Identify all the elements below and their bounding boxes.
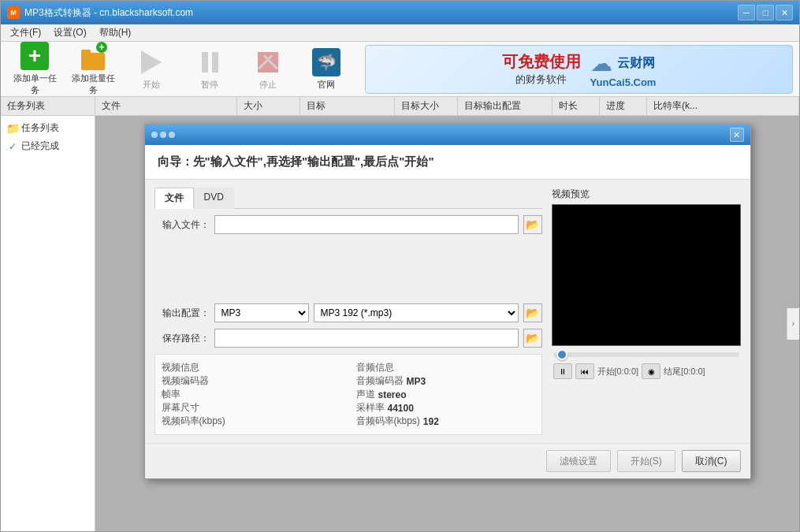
ad-logo-text: 云财网 bbox=[617, 55, 655, 72]
tab-dvd[interactable]: DVD bbox=[194, 188, 234, 209]
add-batch-label: 添加批量任务 bbox=[69, 73, 117, 96]
pause-bar-1 bbox=[202, 52, 208, 73]
channel-row: 声道 stereo bbox=[356, 388, 535, 401]
col-target: 目标 bbox=[300, 97, 395, 115]
start-label: 开始 bbox=[143, 79, 160, 91]
video-preview-label: 视频预览 bbox=[552, 188, 741, 201]
output-config-label: 输出配置： bbox=[154, 307, 210, 320]
window-close-button[interactable]: ✕ bbox=[776, 5, 793, 20]
col-duration: 时长 bbox=[553, 97, 600, 115]
spacer bbox=[154, 240, 542, 303]
video-encoder-label: 视频编码器 bbox=[162, 374, 209, 388]
prev-frame-button[interactable]: ⏮ bbox=[575, 363, 594, 379]
audio-encoder-value: MP3 bbox=[407, 376, 426, 387]
input-file-field[interactable] bbox=[214, 215, 519, 234]
dialog-body: 文件 DVD 输入文件： 📂 bbox=[145, 180, 750, 443]
cloud-symbol: ☁ bbox=[590, 50, 612, 76]
stop-button[interactable]: 停止 bbox=[240, 45, 296, 94]
dot-3 bbox=[169, 132, 175, 138]
add-batch-task-button[interactable]: + 添加批量任务 bbox=[65, 45, 121, 94]
start-icon bbox=[137, 48, 166, 76]
video-preview-panel: 视频预览 ⏸ ⏮ 开始[0:0:0] ◉ bbox=[552, 188, 741, 435]
browse-save-button[interactable]: 📂 bbox=[523, 329, 542, 348]
main-window: M MP3格式转换器 - cn.blacksharksoft.com ─ □ ✕… bbox=[0, 0, 800, 532]
dialog-start-button[interactable]: 开始(S) bbox=[617, 450, 675, 472]
website-button[interactable]: 🦈 官网 bbox=[299, 45, 354, 94]
col-size: 大小 bbox=[237, 97, 300, 115]
audio-bitrate-row: 音频码率(kbps) 192 bbox=[356, 415, 535, 428]
video-bitrate-label: 视频码率(kbps) bbox=[162, 415, 225, 428]
maximize-button[interactable]: □ bbox=[757, 5, 774, 20]
video-slider-area: ⏸ ⏮ 开始[0:0:0] ◉ 结尾[0:0:0] bbox=[552, 352, 741, 379]
video-encoder-row: 视频编码器 bbox=[162, 374, 340, 388]
ad-sub-text: 的财务软件 bbox=[502, 73, 581, 87]
stop-icon bbox=[254, 48, 282, 76]
info-panel: 视频信息 视频编码器 帧率 bbox=[154, 354, 542, 435]
sample-rate-value: 44100 bbox=[388, 403, 414, 414]
sidebar-task-list-label: 任务列表 bbox=[21, 121, 59, 135]
filter-settings-button[interactable]: 滤镜设置 bbox=[546, 450, 611, 472]
mark-start-button[interactable]: ◉ bbox=[642, 363, 660, 379]
start-button[interactable]: 开始 bbox=[124, 45, 179, 94]
sidebar-item-completed[interactable]: ✓ 已经完成 bbox=[1, 137, 95, 155]
dialog-close-button[interactable]: ✕ bbox=[730, 128, 744, 142]
pause-bar-2 bbox=[212, 52, 218, 73]
dot-1 bbox=[151, 132, 158, 138]
dialog-left-panel: 文件 DVD 输入文件： 📂 bbox=[154, 188, 542, 435]
output-quality-select[interactable]: MP3 192 (*.mp3) bbox=[314, 303, 519, 322]
video-controls: ⏸ ⏮ 开始[0:0:0] ◉ 结尾[0:0:0] bbox=[553, 363, 739, 379]
slider-thumb bbox=[556, 349, 567, 360]
menu-help[interactable]: 帮助(H) bbox=[93, 24, 138, 41]
check-icon: ✓ bbox=[7, 141, 18, 152]
sidebar: 📁 任务列表 ✓ 已经完成 bbox=[1, 116, 95, 531]
col-file: 文件 bbox=[95, 97, 237, 115]
frame-rate-row: 帧率 bbox=[162, 388, 340, 401]
dialog-wizard-text: 向导：先"输入文件",再选择"输出配置",最后点"开始" bbox=[158, 154, 434, 168]
save-path-label: 保存路径： bbox=[154, 332, 210, 345]
add-single-task-button[interactable]: 添加单一任务 bbox=[7, 45, 62, 94]
folder-icon: 📁 bbox=[7, 123, 18, 134]
dot-2 bbox=[160, 132, 166, 138]
dialog-overlay: ✕ 向导：先"输入文件",再选择"输出配置",最后点"开始" 文件 bbox=[95, 116, 799, 531]
screen-size-row: 屏幕尺寸 bbox=[162, 401, 340, 415]
save-path-field[interactable] bbox=[214, 329, 519, 348]
output-format-select[interactable]: MP3 bbox=[214, 303, 309, 322]
minimize-button[interactable]: ─ bbox=[738, 5, 755, 20]
sample-rate-row: 采样率 44100 bbox=[356, 401, 535, 415]
dialog: ✕ 向导：先"输入文件",再选择"输出配置",最后点"开始" 文件 bbox=[144, 124, 751, 479]
sidebar-completed-label: 已经完成 bbox=[21, 140, 59, 153]
video-info-title: 视频信息 bbox=[162, 361, 199, 374]
title-bar: M MP3格式转换器 - cn.blacksharksoft.com ─ □ ✕ bbox=[1, 1, 799, 24]
output-config-row: 输出配置： MP3 MP3 192 (*.mp3) 📂 bbox=[154, 303, 542, 322]
browse-input-button[interactable]: 📂 bbox=[523, 215, 542, 234]
play-pause-button[interactable]: ⏸ bbox=[553, 363, 572, 379]
browse-output-button[interactable]: 📂 bbox=[523, 303, 542, 322]
dialog-cancel-button[interactable]: 取消(C) bbox=[682, 450, 741, 472]
ad-text-block: 可免费使用 的财务软件 bbox=[502, 51, 581, 87]
col-bitrate: 比特率(k... bbox=[647, 97, 799, 115]
sample-rate-label: 采样率 bbox=[356, 401, 385, 415]
ad-content: 可免费使用 的财务软件 ☁ 云财网 YunCai5.Com bbox=[502, 50, 657, 88]
sidebar-item-task-list[interactable]: 📁 任务列表 bbox=[1, 119, 95, 137]
pause-button[interactable]: 暂停 bbox=[182, 45, 237, 94]
website-label: 官网 bbox=[318, 79, 335, 91]
content-area: 📁 任务列表 ✓ 已经完成 WWW.NEEDIDOWN.COM bbox=[1, 116, 799, 531]
menu-settings[interactable]: 设置(O) bbox=[47, 24, 92, 41]
tab-bar: 文件 DVD bbox=[154, 188, 542, 209]
col-target-size: 目标大小 bbox=[395, 97, 458, 115]
audio-bitrate-value: 192 bbox=[423, 416, 439, 427]
start-time-label: 开始[0:0:0] bbox=[597, 366, 639, 378]
col-progress: 进度 bbox=[600, 97, 647, 115]
title-dots bbox=[151, 132, 175, 138]
video-info-column: 视频信息 视频编码器 帧率 bbox=[162, 361, 340, 428]
menu-file[interactable]: 文件(F) bbox=[4, 24, 47, 41]
video-progress-slider[interactable] bbox=[553, 352, 739, 357]
scroll-right-button[interactable]: › bbox=[787, 308, 799, 340]
ad-banner[interactable]: 可免费使用 的财务软件 ☁ 云财网 YunCai5.Com bbox=[365, 45, 793, 94]
dialog-title-bar: ✕ bbox=[145, 125, 750, 145]
audio-encoder-label: 音频编码器 bbox=[356, 374, 404, 388]
audio-bitrate-label: 音频码率(kbps) bbox=[356, 415, 420, 428]
col-output-config: 目标输出配置 bbox=[458, 97, 553, 115]
tab-file[interactable]: 文件 bbox=[154, 188, 194, 209]
video-bitrate-row: 视频码率(kbps) bbox=[162, 415, 340, 428]
